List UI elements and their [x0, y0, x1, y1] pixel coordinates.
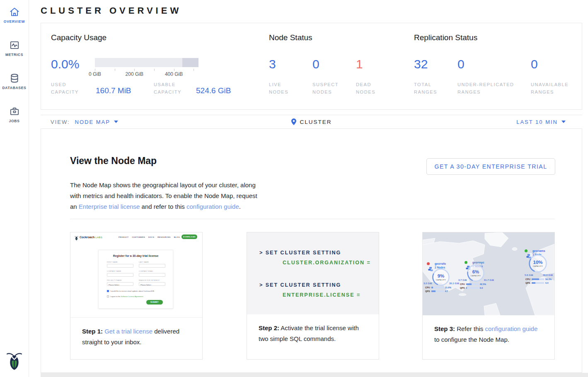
site-nav: PRODUCTCUSTOMERSDOCSRESOURCESBLOG	[119, 236, 180, 238]
form-title: Register for a 30-day trial license	[99, 254, 173, 257]
divider	[70, 219, 555, 219]
total-ranges-label: TOTALRANGES	[414, 81, 437, 96]
locality-breadcrumb[interactable]: CLUSTER	[291, 115, 332, 128]
cpu-bar	[532, 278, 544, 280]
sidebar: OVERVIEW METRICS DATABASES	[0, 0, 29, 377]
chevron-down-icon	[561, 121, 566, 123]
total-ranges-value: 32	[414, 57, 428, 71]
reason-select: Please Select	[139, 282, 165, 286]
live-nodes-label: LIVENODES	[269, 81, 288, 96]
dead-nodes-value: 1	[356, 57, 363, 71]
capacity-bar-track	[95, 58, 198, 67]
last-name-field	[139, 264, 165, 268]
capacity-used-percent: 0.0%	[51, 57, 79, 71]
sidebar-item-label: METRICS	[0, 53, 29, 57]
home-icon	[0, 7, 29, 17]
company-email-field	[139, 273, 165, 277]
trial-registration-form: Register for a 30-day trial license FIRS…	[98, 250, 173, 309]
step1-card: CockroachLABS PRODUCTCUSTOMERSDOCSRESOUR…	[70, 232, 203, 360]
step2-caption: Step 2: Activate the trial license with …	[247, 314, 379, 344]
capacity-bar-chart: 0 GiB 200 GiB 400 GiB	[95, 58, 198, 77]
dead-nodes-label: DEADNODES	[356, 81, 375, 96]
page-title: CLUSTER OVERVIEW	[41, 5, 181, 16]
email-updates-checkbox	[107, 290, 109, 292]
capacity-axis-labels: 0 GiB 200 GiB 400 GiB	[95, 71, 198, 77]
step3-caption: Step 3: Refer this configuration guide t…	[423, 315, 554, 345]
node-status-title: Node Status	[269, 33, 312, 42]
metrics-icon	[0, 40, 29, 51]
node-map-panel: View the Node Map The Node Map shows the…	[41, 129, 582, 373]
under-replicated-ranges-value: 0	[457, 57, 465, 71]
cluster-summary-panel: Capacity Usage 0.0% 0 GiB 200 GiB 400 Gi…	[41, 23, 582, 110]
capacity-usage-title: Capacity Usage	[51, 33, 106, 42]
unavailable-ranges-value: 0	[531, 57, 538, 71]
view-label: VIEW:	[51, 119, 70, 125]
map-pin-icon	[291, 118, 296, 125]
cockroach-labs-logo	[7, 351, 22, 370]
sidebar-item-label: OVERVIEW	[0, 19, 29, 24]
sidebar-item-overview[interactable]: OVERVIEW	[0, 7, 29, 24]
configuration-guide-link[interactable]: configuration guide	[485, 325, 538, 332]
download-button: DOWNLOAD	[181, 234, 197, 239]
used-capacity-label: USEDCAPACITY	[51, 81, 79, 96]
view-bar: VIEW: NODE MAP CLUSTER LAST 10 MIN	[41, 115, 582, 129]
databases-icon	[0, 73, 29, 84]
axis-label: 0 GiB	[89, 71, 101, 77]
axis-label: 200 GiB	[126, 71, 143, 77]
usable-capacity-label: USABLECAPACITY	[154, 81, 181, 96]
usable-capacity-value: 524.6 GiB	[196, 86, 231, 95]
license-agreement-checkbox	[107, 295, 109, 297]
get-trial-license-link[interactable]: Get a trial license	[104, 328, 152, 335]
app-root: OVERVIEW METRICS DATABASES	[0, 0, 588, 377]
enterprise-trial-button[interactable]: GET A 30-DAY ENTERPRISE TRIAL	[426, 158, 555, 175]
briefcase-icon	[0, 106, 29, 117]
suspect-nodes-label: SUSPECTNODES	[312, 81, 339, 96]
live-nodes-value: 3	[269, 57, 276, 71]
unavailable-ranges-label: UNAVAILABLERANGES	[531, 81, 569, 96]
step2-card: > SET CLUSTER SETTING CLUSTER.ORGANIZATI…	[247, 232, 379, 360]
chevron-down-icon	[114, 121, 118, 123]
step3-card: geo=sfo 2 Nodes 9% CAPACITY	[422, 232, 555, 360]
suspect-nodes-value: 0	[312, 57, 319, 71]
node-map-title: View the Node Map	[70, 155, 157, 167]
sidebar-item-jobs[interactable]: JOBS	[0, 106, 29, 123]
live-status-icon	[525, 249, 528, 252]
sidebar-item-databases[interactable]: DATABASES	[0, 73, 29, 90]
step1-caption: Step 1: Get a trial license delivered st…	[70, 318, 202, 348]
enterprise-trial-license-link[interactable]: Enterprise trial license	[79, 203, 140, 210]
sidebar-item-label: JOBS	[0, 119, 29, 123]
registration-site-thumbnail: CockroachLABS PRODUCTCUSTOMERSDOCSRESOUR…	[70, 232, 202, 318]
axis-label: 400 GiB	[165, 71, 183, 77]
sql-commands-thumbnail: > SET CLUSTER SETTING CLUSTER.ORGANIZATI…	[247, 232, 379, 314]
node-map-description: The Node Map shows the geographical layo…	[70, 180, 265, 212]
view-selector-dropdown[interactable]: NODE MAP	[75, 119, 118, 125]
brand-name: CockroachLABS	[80, 236, 102, 239]
sidebar-item-label: DATABASES	[0, 86, 29, 90]
used-capacity-value: 160.7 MiB	[96, 86, 131, 95]
page-bottom-strip	[41, 373, 588, 377]
first-name-field	[107, 264, 133, 268]
capacity-bar-reserved-segment	[182, 58, 198, 67]
replication-status-title: Replication Status	[414, 33, 477, 42]
company-name-field	[107, 273, 133, 277]
submit-button: SUBMIT	[146, 300, 163, 304]
capacity-ring: 10% CAPACITY	[528, 254, 547, 273]
time-range-dropdown[interactable]: LAST 10 MIN	[516, 115, 566, 128]
map-locality-ams: geo=ams 1 Node 10% CAPACITY	[423, 232, 554, 315]
node-map-thumbnail: geo=sfo 2 Nodes 9% CAPACITY	[423, 232, 554, 315]
sidebar-item-metrics[interactable]: METRICS	[0, 40, 29, 57]
project-phase-select: Please Select	[107, 282, 133, 286]
configuration-guide-link[interactable]: configuration guide	[186, 203, 239, 210]
qps-bar	[532, 282, 544, 284]
software-license-agreement-link: Software License Agreement	[121, 295, 143, 297]
breadcrumb-label: CLUSTER	[300, 119, 332, 125]
cockroach-logo-small	[75, 234, 78, 239]
under-replicated-ranges-label: UNDER-REPLICATEDRANGES	[457, 81, 514, 96]
